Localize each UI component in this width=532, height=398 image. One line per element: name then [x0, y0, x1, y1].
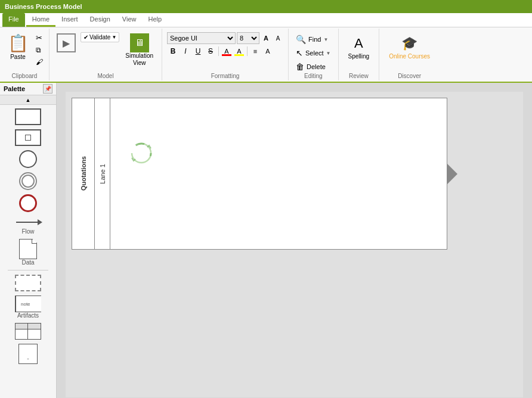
online-courses-button[interactable]: 🎓 Online Courses	[384, 32, 435, 62]
editing-group: 🔍 Find ▼ ↖ Select ▼ 🗑 Delete Editing	[289, 29, 339, 80]
font-color-button[interactable]: A	[221, 45, 233, 57]
palette-item-rectangle[interactable]	[9, 107, 48, 126]
tab-view[interactable]: View	[116, 13, 143, 27]
online-courses-label: Online Courses	[389, 53, 430, 60]
paste-label: Paste	[10, 54, 26, 60]
tab-home[interactable]: Home	[26, 13, 55, 27]
align-button[interactable]: ≡	[249, 45, 261, 57]
spinner-icon	[129, 141, 153, 165]
flow-label: Flow	[21, 228, 34, 235]
bold-button[interactable]: B	[167, 45, 179, 57]
find-button[interactable]: 🔍 Find ▼	[293, 33, 333, 45]
pool-header-text: Quotations	[80, 156, 87, 191]
clipboard-group: 📋 Paste ✂ ⧉ 🖌 Clipboard	[0, 29, 50, 80]
font-size-select[interactable]: 8	[237, 32, 259, 44]
editing-label: Editing	[304, 73, 323, 79]
italic-button[interactable]: I	[180, 45, 191, 57]
formatting-label: Formatting	[211, 73, 240, 79]
copy-button[interactable]: ⧉	[33, 45, 45, 55]
palette-item-group[interactable]	[9, 273, 48, 293]
palette-item-flow[interactable]: Flow	[9, 215, 48, 236]
palette-item-doc[interactable]	[9, 343, 48, 365]
tab-file[interactable]: File	[2, 13, 25, 27]
review-label: Review	[349, 73, 369, 79]
highlight-button[interactable]: A	[233, 45, 245, 57]
canvas-area: Quotations Lane 1	[57, 83, 532, 398]
data-label: Data	[21, 259, 34, 266]
artifacts-label: Artifacts	[17, 312, 39, 319]
palette-item-table[interactable]	[9, 322, 48, 341]
lane-header: Lane 1	[95, 98, 110, 249]
lane-content[interactable]	[110, 98, 447, 249]
discover-label: Discover	[398, 73, 421, 79]
lane-1: Lane 1	[95, 98, 447, 249]
clipboard-label: Clipboard	[12, 73, 38, 79]
palette-item-annotation[interactable]: note Artifacts	[9, 294, 48, 320]
format-painter-button[interactable]: 🖌	[33, 57, 45, 67]
palette-scroll-up[interactable]: ▲	[0, 95, 56, 105]
paste-button[interactable]: 📋 Paste	[4, 30, 32, 63]
pool-header: Quotations	[72, 98, 95, 249]
simulate-button[interactable]: ▶	[54, 32, 78, 54]
pool-container: Quotations Lane 1	[72, 98, 447, 250]
model-group: ▶ ✔ Validate ▼ 🖥 SimulationView Model	[50, 29, 162, 80]
strikethrough-button[interactable]: S	[205, 45, 216, 57]
simulation-view-button[interactable]: 🖥 SimulationView	[122, 32, 157, 68]
app-title: Business Process Model	[5, 3, 82, 10]
tab-insert[interactable]: Insert	[55, 13, 84, 27]
select-button[interactable]: ↖ Select ▼	[293, 47, 333, 59]
model-label: Model	[97, 73, 113, 79]
tab-help[interactable]: Help	[143, 13, 168, 27]
font-increase-button[interactable]: A	[261, 33, 271, 43]
spelling-button[interactable]: A Spelling	[344, 32, 375, 61]
discover-group: 🎓 Online Courses Discover	[379, 29, 440, 80]
underline-button[interactable]: U	[192, 45, 204, 57]
process-element[interactable]	[128, 140, 154, 166]
delete-button[interactable]: 🗑 Delete	[293, 61, 333, 73]
palette-pin-button[interactable]: 📌	[43, 84, 52, 94]
simulation-view-label: SimulationView	[125, 52, 153, 67]
palette-item-subprocess[interactable]	[9, 128, 48, 147]
spelling-label: Spelling	[348, 53, 370, 60]
lane-header-text: Lane 1	[99, 164, 106, 184]
font-select[interactable]: Segoe UI	[167, 32, 236, 44]
palette-item-start-event[interactable]	[9, 149, 48, 169]
review-group: A Spelling Review	[339, 29, 380, 80]
palette-item-data[interactable]: Data	[9, 238, 48, 267]
palette-panel: Palette 📌 ▲	[0, 83, 57, 398]
palette-item-intermediate-event[interactable]	[9, 171, 48, 191]
cut-button[interactable]: ✂	[33, 32, 45, 43]
tab-design[interactable]: Design	[84, 13, 116, 27]
pool-arrow	[447, 163, 457, 185]
font-decrease-button[interactable]: A	[273, 33, 283, 43]
validate-button[interactable]: ✔ Validate ▼	[81, 32, 119, 42]
formatting-group: Segoe UI 8 A A B I U S A A ≡ A Form	[162, 29, 289, 80]
palette-item-end-event[interactable]	[9, 193, 48, 213]
palette-title: Palette	[4, 85, 25, 92]
more-format-button[interactable]: A	[262, 45, 274, 57]
diagram-canvas[interactable]: Quotations Lane 1	[66, 92, 523, 397]
